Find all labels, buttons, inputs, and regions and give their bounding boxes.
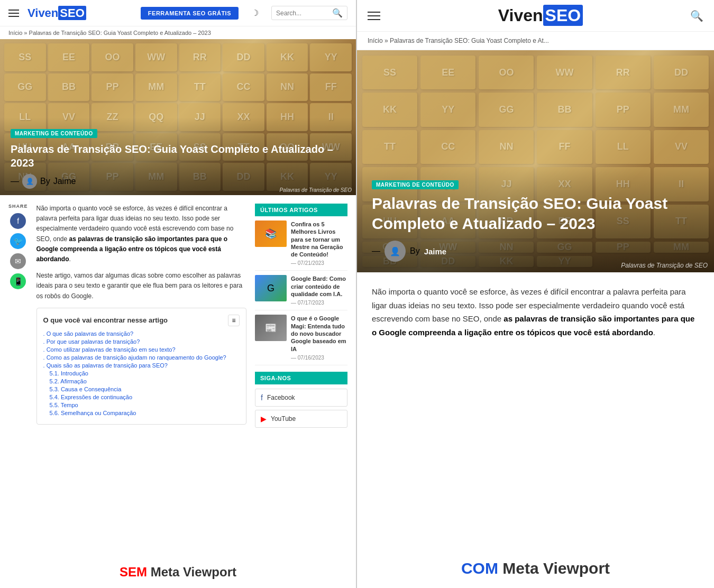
social-label: YouTube <box>271 415 296 422</box>
letter-tile: W <box>537 56 592 89</box>
toc-item[interactable]: . Por que usar palavras de transição? <box>43 338 240 345</box>
seo-tool-button[interactable]: FERRAMENTA SEO GRÁTIS <box>141 7 239 20</box>
com-text: COM <box>461 559 498 577</box>
logo[interactable]: VivenSEO <box>28 6 86 20</box>
bottom-label-left: SEM Meta Viewport <box>0 556 356 588</box>
right-breadcrumb-home[interactable]: Início <box>368 37 383 44</box>
left-panel: VivenSEO FERRAMENTA SEO GRÁTIS ☽ 🔍 Iníci… <box>0 0 357 588</box>
author-name: Jaime <box>53 177 76 186</box>
hamburger-menu-icon[interactable] <box>8 10 19 17</box>
toc-item[interactable]: . Quais são as palavras de transição par… <box>43 362 240 369</box>
toc-item[interactable]: 5.4. Expressões de continuação <box>50 394 240 400</box>
email-share-button[interactable]: ✉ <box>10 253 26 269</box>
bottom-label-right: COM Meta Viewport <box>357 549 714 588</box>
share-sidebar: SHARE f 🐦 ✉ 📱 <box>8 204 28 548</box>
toc-toggle-button[interactable]: ≡ <box>228 315 240 326</box>
category-badge[interactable]: MARKETING DE CONTEÚDO <box>11 129 97 138</box>
hero-title: Palavras de Transição SEO: Guia Yoast Co… <box>11 142 345 170</box>
toc-item[interactable]: 5.6. Semelhança ou Comparação <box>50 410 240 416</box>
hero-overlay: MARKETING DE CONTEÚDO Palavras de Transi… <box>0 117 356 195</box>
letter-tile: M <box>135 74 177 102</box>
search-icon[interactable]: 🔍 <box>332 8 343 18</box>
right-panel: VivenSEO 🔍 Início » Palavras de Transiçã… <box>357 0 714 588</box>
letter-tile: D <box>223 43 264 71</box>
article-thumbnail: 📚 <box>255 221 287 247</box>
toc-item[interactable]: 5.5. Tempo <box>50 402 240 408</box>
letter-tile: B <box>537 93 592 126</box>
article-cards: 📚 Confira os 5 Melhores Livros para se t… <box>255 216 347 365</box>
letter-tile: K <box>362 93 417 126</box>
toc-item[interactable]: . Como utilizar palavras de transição em… <box>43 346 240 353</box>
letter-tile: F <box>537 130 592 164</box>
share-label: SHARE <box>8 204 28 209</box>
right-search-icon[interactable]: 🔍 <box>690 10 703 22</box>
list-item[interactable]: G Google Bard: Como criar conteúdo de qu… <box>255 271 347 310</box>
letter-tile: K <box>267 43 308 71</box>
social-link-youtube[interactable]: ▶YouTube <box>255 410 347 428</box>
facebook-share-button[interactable]: f <box>10 213 26 229</box>
right-category-badge[interactable]: MARKETING DE CONTEÚDO <box>372 180 459 189</box>
social-links: fFacebook▶YouTube <box>255 389 347 428</box>
article-date: — 07/21/2023 <box>291 260 347 266</box>
right-breadcrumb-current: Palavras de Transição SEO: Guia Yoast Co… <box>390 37 549 44</box>
breadcrumb-current: Palavras de Transição SEO: Guia Yoast Co… <box>29 30 211 36</box>
right-header: VivenSEO 🔍 <box>357 0 714 32</box>
article-title: O que é o Google Magi: Entenda tudo do n… <box>291 315 347 352</box>
letter-tile: Y <box>310 43 352 71</box>
article-intro: Não importa o quanto você se esforce, às… <box>36 204 246 264</box>
letter-tile: N <box>267 74 308 102</box>
toc-item[interactable]: . Como as palavras de transição ajudam n… <box>43 354 240 361</box>
right-meta-viewport-text: Meta Viewport <box>498 559 610 577</box>
left-header: VivenSEO FERRAMENTA SEO GRÁTIS ☽ 🔍 <box>0 0 356 26</box>
whatsapp-share-button[interactable]: 📱 <box>10 273 26 289</box>
search-input[interactable] <box>276 10 329 17</box>
yt-icon: ▶ <box>261 415 267 423</box>
breadcrumb-home[interactable]: Início <box>8 30 22 36</box>
right-author-dash: — <box>372 246 380 256</box>
sem-text: SEM <box>120 565 147 579</box>
article-thumbnail: G <box>255 275 287 301</box>
article-thumbnail: 📰 <box>255 315 287 341</box>
toc-item[interactable]: 5.2. Afirmação <box>50 378 240 384</box>
follow-section: SIGA-NOS fFacebook▶YouTube <box>255 372 347 428</box>
toc-item[interactable]: . O que são palavras de transição? <box>43 330 240 337</box>
letter-tile: B <box>48 74 90 102</box>
right-author-row: — 👤 By Jaime <box>372 241 699 262</box>
right-article-text: Não importa o quanto você se esforce, às… <box>357 272 714 352</box>
letter-tile: S <box>4 43 46 71</box>
letter-tile: S <box>362 56 417 89</box>
letter-tile: W <box>135 43 177 71</box>
author-row: — 👤 By Jaime <box>11 174 345 189</box>
letter-tile: C <box>420 130 475 164</box>
right-image-caption: Palavras de Transição de SEO <box>621 262 708 269</box>
letter-tile: N <box>479 130 534 164</box>
hero-image: SEOWRDKYGBPMTCNFLVZQJXHIUARESTOWNGPMBDKY… <box>0 39 356 195</box>
fb-icon: f <box>261 393 263 402</box>
toc-item[interactable]: 5.3. Causa e Consequência <box>50 386 240 392</box>
search-bar[interactable]: 🔍 <box>271 6 347 20</box>
letter-tile: P <box>91 74 133 102</box>
toc-title: O que você vai encontrar nesse artigo <box>43 316 168 324</box>
right-logo[interactable]: VivenSEO <box>391 6 690 25</box>
letter-tile: V <box>654 130 709 164</box>
right-hero-image: SEOWRDKYGBPMTCNFLVZQJXHIUARESTOWNGPMBDKY… <box>357 50 714 272</box>
letter-tile: R <box>596 56 651 89</box>
article-title: Confira os 5 Melhores Livros para se tor… <box>291 221 347 258</box>
list-item[interactable]: 📚 Confira os 5 Melhores Livros para se t… <box>255 216 347 271</box>
dark-mode-icon[interactable]: ☽ <box>251 8 259 18</box>
meta-viewport-text: Meta Viewport <box>147 565 236 579</box>
twitter-share-button[interactable]: 🐦 <box>10 233 26 249</box>
right-logo-text: VivenSEO <box>498 6 583 25</box>
content-area: SHARE f 🐦 ✉ 📱 Não importa o quanto você … <box>0 195 356 556</box>
toc-item[interactable]: 5.1. Introdução <box>50 370 240 376</box>
list-item[interactable]: 📰 O que é o Google Magi: Entenda tudo do… <box>255 310 347 365</box>
letter-tile: G <box>479 93 534 126</box>
letter-tile: G <box>4 74 46 102</box>
right-hamburger-icon[interactable] <box>368 12 380 20</box>
letter-tile: E <box>420 56 475 89</box>
letter-tile: D <box>654 56 709 89</box>
letter-tile: E <box>48 43 90 71</box>
article-para2: Neste artigo, vamos dar algumas dicas so… <box>36 271 246 301</box>
social-link-facebook[interactable]: fFacebook <box>255 389 347 407</box>
letter-tile: Y <box>420 93 475 126</box>
